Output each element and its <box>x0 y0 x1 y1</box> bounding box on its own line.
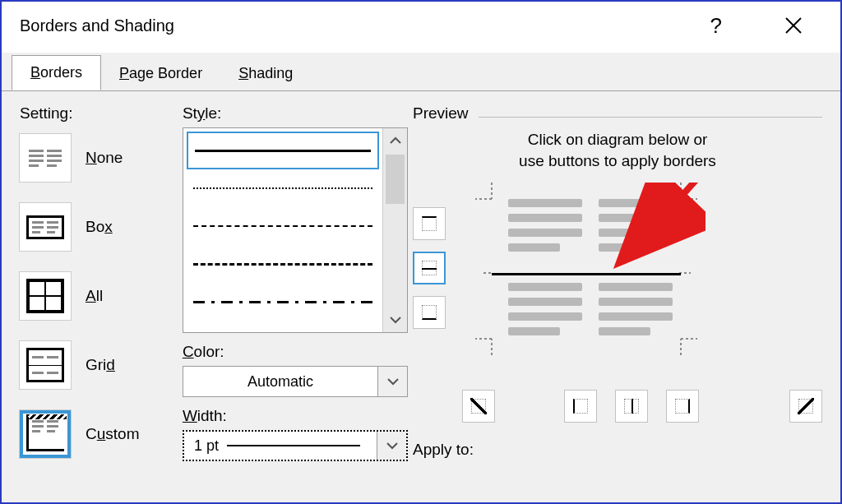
help-button[interactable]: ? <box>704 10 729 41</box>
style-dashed-small[interactable] <box>187 207 379 245</box>
setting-custom-label: Custom <box>86 425 140 443</box>
setting-custom-icon <box>20 410 71 458</box>
scroll-thumb[interactable] <box>386 155 405 204</box>
dialog-panel: Setting: None <box>2 91 840 504</box>
scroll-down-button[interactable] <box>383 307 407 332</box>
border-diag-down-button[interactable] <box>789 390 822 423</box>
setting-none-label: None <box>86 149 123 167</box>
border-bottom-button[interactable] <box>413 296 446 329</box>
apply-to-label: Apply to: <box>413 441 822 459</box>
setting-grid-label: Grid <box>86 356 115 374</box>
window-title: Borders and Shading <box>20 16 174 35</box>
width-value: 1 pt <box>194 437 219 455</box>
tab-shading-accel: S <box>238 65 248 81</box>
setting-label: Setting: <box>20 104 178 123</box>
scroll-track[interactable] <box>383 206 407 307</box>
border-left-button[interactable] <box>564 390 597 423</box>
tab-page-border-accel: P <box>119 65 129 81</box>
annotation-arrow <box>459 183 706 363</box>
style-dash-dot[interactable] <box>187 283 379 321</box>
style-dashed-large[interactable] <box>187 245 379 283</box>
preview-label: Preview <box>413 104 469 123</box>
color-dropdown[interactable]: Automatic <box>183 366 408 397</box>
border-diag-up-button[interactable] <box>462 390 495 423</box>
width-section: Width: 1 pt <box>183 407 408 461</box>
preview-hint-line2: use buttons to apply borders <box>519 152 716 169</box>
width-label: Width: <box>183 407 408 425</box>
color-section: Color: Automatic <box>183 343 408 397</box>
tab-page-border[interactable]: Page Border <box>101 57 220 90</box>
preview-column: Preview Click on diagram below or use bu… <box>413 104 822 504</box>
titlebar: Borders and Shading ? <box>2 2 840 53</box>
color-dropdown-button[interactable] <box>377 367 407 396</box>
setting-box[interactable]: Box <box>20 203 178 251</box>
width-dropdown[interactable]: 1 pt <box>183 430 408 461</box>
style-solid[interactable] <box>187 132 379 169</box>
border-mid-h-button[interactable] <box>413 252 446 284</box>
setting-none[interactable]: None <box>20 134 178 182</box>
setting-box-icon <box>20 203 71 251</box>
preview-hint: Click on diagram below or use buttons to… <box>413 129 822 171</box>
color-label: Color: <box>183 343 408 361</box>
setting-column: Setting: None <box>20 104 178 504</box>
setting-grid[interactable]: Grid <box>20 341 178 389</box>
tab-shading[interactable]: Shading <box>220 57 311 90</box>
tab-borders-label: orders <box>40 64 82 81</box>
chevron-down-icon <box>387 376 399 387</box>
setting-custom[interactable]: Custom <box>20 410 178 458</box>
width-preview-line <box>227 445 360 446</box>
color-value: Automatic <box>183 373 377 391</box>
style-listbox[interactable] <box>183 127 408 333</box>
style-scrollbar[interactable] <box>382 128 407 332</box>
tab-borders[interactable]: Borders <box>12 55 101 90</box>
setting-none-icon <box>20 134 71 182</box>
close-icon <box>784 16 803 35</box>
window-controls: ? <box>704 10 822 41</box>
chevron-up-icon <box>390 136 401 145</box>
border-top-button[interactable] <box>413 207 446 240</box>
style-dotted[interactable] <box>187 169 379 207</box>
preview-bottom-buttons <box>462 390 822 423</box>
setting-box-label: Box <box>86 218 113 236</box>
style-column: Style: Color: <box>183 104 408 504</box>
setting-all-label: All <box>86 287 103 305</box>
close-button[interactable] <box>778 12 809 39</box>
setting-grid-icon <box>20 341 71 389</box>
setting-all-icon <box>20 272 71 320</box>
preview-diagram[interactable] <box>459 183 706 363</box>
preview-stage <box>413 183 822 363</box>
scroll-up-button[interactable] <box>383 128 407 153</box>
tab-borders-accel: B <box>30 64 40 81</box>
preview-hint-line1: Click on diagram below or <box>528 131 708 148</box>
tab-strip: Borders Page Border Shading <box>2 53 840 91</box>
style-label: Style: <box>183 104 408 123</box>
chevron-down-icon <box>390 316 401 324</box>
width-dropdown-button[interactable] <box>377 432 406 460</box>
tab-shading-label: hading <box>248 65 293 81</box>
tab-page-border-label: age Border <box>129 65 202 81</box>
chevron-down-icon <box>386 440 398 451</box>
setting-all[interactable]: All <box>20 272 178 320</box>
preview-side-buttons <box>413 207 446 329</box>
border-mid-v-button[interactable] <box>615 390 648 423</box>
width-value-wrap: 1 pt <box>184 437 377 455</box>
border-right-button[interactable] <box>666 390 699 423</box>
